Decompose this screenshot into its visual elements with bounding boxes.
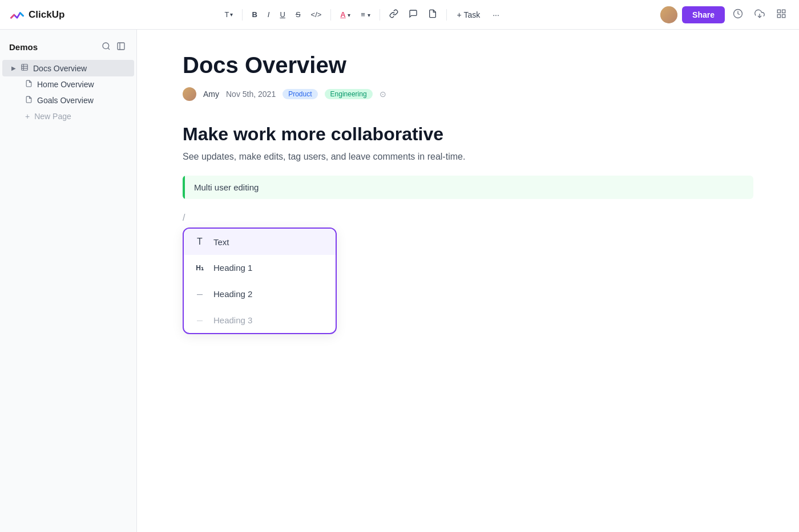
add-task-button[interactable]: + Task bbox=[453, 8, 485, 22]
divider bbox=[242, 9, 243, 21]
app-logo: ClickUp bbox=[9, 7, 64, 23]
sidebar-search-button[interactable] bbox=[100, 40, 112, 54]
svg-point-6 bbox=[103, 43, 109, 49]
menu-item-h3-label: Heading 3 bbox=[213, 315, 252, 325]
sidebar-item-docs-overview[interactable]: ▶ Docs Overview bbox=[2, 60, 134, 76]
menu-item-h2-label: Heading 2 bbox=[213, 289, 252, 299]
plus-icon: + bbox=[25, 112, 30, 121]
command-dropdown: T Text H₁ Heading 1 – Heading 2 – Headin… bbox=[183, 228, 337, 334]
comment-button[interactable] bbox=[405, 7, 421, 22]
main-layout: Demos ▶ Docs Overview Home Overv bbox=[0, 30, 799, 532]
strikethrough-button[interactable]: S bbox=[292, 8, 304, 21]
svg-rect-3 bbox=[782, 10, 785, 13]
link-button[interactable] bbox=[386, 7, 402, 22]
font-color-button[interactable]: A ▾ bbox=[337, 8, 354, 21]
sidebar-item-label: Docs Overview bbox=[33, 64, 87, 73]
menu-item-h1-label: Heading 1 bbox=[213, 263, 252, 273]
text-style-button[interactable]: T ▾ bbox=[221, 8, 237, 21]
sidebar-collapse-button[interactable] bbox=[115, 40, 127, 54]
section-subheading: See updates, make edits, tag users, and … bbox=[183, 152, 753, 162]
avatar bbox=[660, 6, 677, 23]
italic-button[interactable]: I bbox=[264, 8, 273, 21]
sidebar-header: Demos bbox=[0, 36, 136, 60]
export-button[interactable] bbox=[751, 5, 768, 24]
author-avatar bbox=[183, 87, 196, 101]
author-name: Amy bbox=[203, 90, 219, 99]
toolbar-right: Share bbox=[660, 5, 790, 24]
more-button[interactable]: ··· bbox=[488, 8, 504, 22]
docs-icon bbox=[21, 63, 29, 73]
attachment-button[interactable] bbox=[425, 7, 441, 22]
tag-engineering[interactable]: Engineering bbox=[325, 89, 373, 99]
layout-button[interactable] bbox=[773, 5, 790, 24]
history-button[interactable] bbox=[729, 5, 746, 24]
divider-4 bbox=[446, 9, 447, 21]
slash-indicator: / bbox=[183, 213, 753, 223]
menu-item-h2[interactable]: – Heading 2 bbox=[184, 281, 336, 307]
callout-block: Multi user editing bbox=[183, 176, 753, 199]
code-button[interactable]: </> bbox=[308, 8, 325, 21]
menu-item-h3[interactable]: – Heading 3 bbox=[184, 307, 336, 333]
expand-arrow: ▶ bbox=[11, 65, 16, 71]
sidebar-item-goals-overview[interactable]: Goals Overview bbox=[2, 92, 134, 108]
settings-icon[interactable]: ⊙ bbox=[380, 90, 386, 99]
underline-button[interactable]: U bbox=[276, 8, 288, 21]
document-meta: Amy Nov 5th, 2021 Product Engineering ⊙ bbox=[183, 87, 753, 101]
svg-line-7 bbox=[108, 48, 110, 50]
menu-item-text-label: Text bbox=[213, 237, 229, 247]
sidebar: Demos ▶ Docs Overview Home Overv bbox=[0, 30, 137, 532]
page-icon bbox=[25, 80, 33, 89]
h3-menu-icon: – bbox=[194, 315, 205, 325]
h1-menu-icon: H₁ bbox=[194, 264, 205, 272]
sidebar-item-home-overview[interactable]: Home Overview bbox=[2, 76, 134, 92]
divider-2 bbox=[330, 9, 331, 21]
svg-rect-4 bbox=[782, 15, 785, 18]
callout-content: Multi user editing bbox=[185, 176, 268, 199]
sidebar-actions bbox=[100, 40, 127, 54]
svg-rect-8 bbox=[118, 43, 124, 50]
h2-menu-icon: – bbox=[194, 289, 205, 299]
section-heading: Make work more collaborative bbox=[183, 124, 753, 145]
main-toolbar: ClickUp T ▾ B I U S </> A ▾ ≡ ▾ bbox=[0, 0, 799, 30]
menu-item-text[interactable]: T Text bbox=[184, 229, 336, 255]
bold-button[interactable]: B bbox=[248, 8, 260, 21]
app-name: ClickUp bbox=[29, 9, 64, 21]
document-title: Docs Overview bbox=[183, 52, 753, 78]
menu-item-h1[interactable]: H₁ Heading 1 bbox=[184, 255, 336, 281]
document-content: Docs Overview Amy Nov 5th, 2021 Product … bbox=[137, 30, 799, 532]
svg-rect-10 bbox=[22, 64, 28, 71]
share-button[interactable]: Share bbox=[682, 6, 725, 23]
formatting-toolbar: T ▾ B I U S </> A ▾ ≡ ▾ + Task ··· bbox=[221, 7, 504, 22]
text-menu-icon: T bbox=[194, 237, 205, 247]
svg-rect-2 bbox=[777, 10, 780, 13]
new-page-item[interactable]: + New Page bbox=[2, 108, 134, 124]
doc-date: Nov 5th, 2021 bbox=[226, 90, 276, 99]
divider-3 bbox=[380, 9, 380, 21]
tag-product[interactable]: Product bbox=[283, 89, 317, 99]
page-icon-2 bbox=[25, 96, 33, 105]
new-page-label: New Page bbox=[34, 112, 71, 121]
align-button[interactable]: ≡ ▾ bbox=[357, 8, 373, 21]
svg-rect-5 bbox=[777, 15, 780, 18]
sidebar-item-label-2: Goals Overview bbox=[37, 96, 94, 105]
sidebar-item-label: Home Overview bbox=[37, 80, 94, 89]
workspace-name: Demos bbox=[9, 42, 38, 52]
